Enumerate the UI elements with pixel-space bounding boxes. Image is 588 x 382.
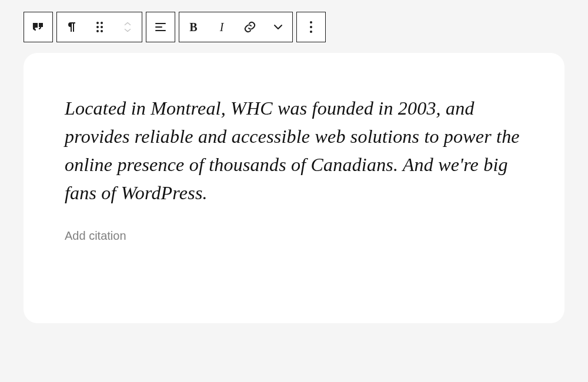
pullquote-text[interactable]: Located in Montreal, WHC was founded in … (65, 94, 523, 207)
pullquote-icon (31, 20, 45, 34)
link-button[interactable] (236, 12, 264, 42)
more-vertical-icon (310, 21, 312, 33)
chevron-down-icon (271, 20, 285, 34)
paragraph-button[interactable] (57, 12, 85, 42)
move-up-down-button[interactable] (113, 12, 142, 42)
pullquote-block[interactable]: Located in Montreal, WHC was founded in … (24, 53, 564, 323)
block-editor: B I Lo (24, 12, 564, 323)
chevron-down-icon (122, 27, 133, 34)
link-icon (243, 20, 257, 34)
italic-button[interactable]: I (208, 12, 236, 42)
toolbar-group-more (296, 12, 326, 42)
block-type-button[interactable] (24, 12, 52, 42)
chevron-up-icon (122, 20, 133, 27)
align-left-icon (153, 20, 168, 34)
drag-handle-button[interactable] (85, 12, 113, 42)
bold-icon: B (189, 21, 197, 34)
toolbar-group-align (146, 12, 175, 42)
block-toolbar: B I (24, 12, 564, 42)
align-button[interactable] (146, 12, 175, 42)
bold-button[interactable]: B (179, 12, 208, 42)
pilcrow-icon (64, 20, 78, 34)
italic-icon: I (220, 21, 224, 34)
drag-handle-icon (96, 22, 103, 32)
toolbar-group-transform (56, 12, 142, 42)
more-formatting-button[interactable] (264, 12, 292, 42)
more-options-button[interactable] (297, 12, 325, 42)
toolbar-group-block-type (24, 12, 53, 42)
citation-field[interactable]: Add citation (65, 229, 523, 243)
toolbar-group-format: B I (179, 12, 293, 42)
